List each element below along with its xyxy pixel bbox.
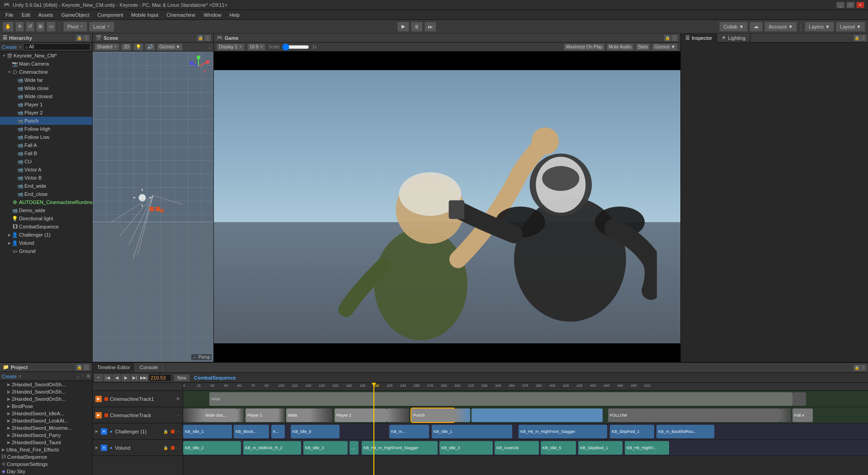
scene-lock-button[interactable]: 🔒 xyxy=(197,35,203,41)
aspect-dropdown[interactable]: 16:9 ▼ xyxy=(247,43,265,51)
timeline-tracks[interactable]: 0 15 30 45 60 75 90 105 120 135 150 165 … xyxy=(183,383,868,475)
close-button[interactable]: ✕ xyxy=(856,2,864,8)
step-button[interactable]: ⏭ xyxy=(425,22,436,32)
hierarchy-item-endwide[interactable]: 📹 End_wide xyxy=(0,182,92,190)
scene-audio-button[interactable]: 🔊 xyxy=(145,43,155,51)
project-item-2handed1[interactable]: ▶ 2Handed_SwordOnSh... xyxy=(0,381,92,388)
clip-cm2-blend4[interactable] xyxy=(310,408,332,422)
clip-vl-dots[interactable]: ... xyxy=(349,441,359,455)
hierarchy-item-victorb[interactable]: 📹 Victor B xyxy=(0,174,92,182)
project-create-button[interactable]: Create xyxy=(2,374,17,379)
clip-vl-idle2[interactable]: KB_Idle_2 xyxy=(183,441,241,455)
hierarchy-lock-button[interactable]: 🔒 xyxy=(76,35,82,41)
track-label-cm1[interactable]: ▶ CinemachineTrack1 👁 xyxy=(93,391,183,407)
project-item-taunt[interactable]: ▶ 2HandedSword_Taunt xyxy=(0,439,92,446)
clip-kb-backfist[interactable]: KB_m_BackfistRou... xyxy=(656,425,714,438)
clip-player1[interactable]: Player 1 xyxy=(245,408,279,422)
project-item-composersettings[interactable]: ⚙ ComposerSettings xyxy=(0,461,92,468)
clip-kb-idle1b[interactable]: KB_Idle_1 xyxy=(432,425,512,438)
rect-tool-button[interactable]: ▭ xyxy=(47,22,56,32)
clip-kb-skipfwd[interactable]: KB_SkipFwd_1 xyxy=(610,425,654,438)
hierarchy-item-demowide[interactable]: 📹 Demo_wide xyxy=(0,206,92,214)
hand-tool-button[interactable]: ✋ xyxy=(3,22,14,32)
hierarchy-item-fallb[interactable]: 📹 Fall B xyxy=(0,149,92,157)
timeline-play-button[interactable]: ▶ xyxy=(122,374,130,381)
clip-vl-hit-highfr[interactable]: KB_Hit_HighFr... xyxy=(625,441,669,455)
menu-assets[interactable]: Assets xyxy=(35,11,57,19)
project-item-2handed2[interactable]: ▶ 2Handed_SwordOnSh... xyxy=(0,388,92,395)
tab-timeline-editor[interactable]: Timeline Editor xyxy=(93,363,135,372)
timeline-ruler[interactable]: 0 15 30 45 60 75 90 105 120 135 150 165 … xyxy=(183,383,868,391)
hierarchy-item-wideclose[interactable]: 📹 Wide close xyxy=(0,84,92,92)
hierarchy-menu-button[interactable]: ⋮ xyxy=(83,35,90,41)
scale-slider[interactable] xyxy=(282,43,309,51)
timeline-end-button[interactable]: ▶▶| xyxy=(140,374,148,381)
track-label-challenger[interactable]: ▶ A ● Challenger (1) 🔒 ··· xyxy=(93,423,183,440)
hierarchy-item-ground[interactable]: ▭ Ground xyxy=(0,247,92,255)
hierarchy-item-dirlight[interactable]: 💡 Directional light xyxy=(0,214,92,223)
hierarchy-item-followlow[interactable]: 📹 Follow Low xyxy=(0,133,92,141)
maximize-button[interactable]: □ xyxy=(846,2,854,8)
hierarchy-item-root[interactable]: ▼ 🎬 Keynote_New_CM* xyxy=(0,52,92,60)
layers-button[interactable]: Layers ▼ xyxy=(805,22,834,32)
timeline-step-fwd-button[interactable]: ▶| xyxy=(131,374,139,381)
project-item-daysky[interactable]: ◉ Day Sky xyxy=(0,468,92,475)
hierarchy-item-cu[interactable]: 📹 CU xyxy=(0,157,92,166)
project-item-fire-effects[interactable]: ▶ Ultra_Real_Fire_Effects xyxy=(0,446,92,453)
hierarchy-item-wideclosest[interactable]: 📹 Wide closest xyxy=(0,92,92,100)
clip-vl-idle5[interactable]: KB_Idle_5 xyxy=(541,441,576,455)
scene-lights-button[interactable]: 💡 xyxy=(133,43,143,51)
clip-follow[interactable] xyxy=(472,408,603,422)
inspector-menu-button[interactable]: ⋮ xyxy=(860,35,866,41)
new-button[interactable]: New xyxy=(174,375,189,381)
clip-kb-idle6[interactable]: KB_Idle_6 xyxy=(291,425,340,438)
hierarchy-item-player1[interactable]: 📹 Player 1 xyxy=(0,100,92,109)
local-button[interactable]: Local ▼ xyxy=(89,22,114,32)
project-item-2handed3[interactable]: ▶ 2Handed_SwordOnSh... xyxy=(0,395,92,403)
cloud-button[interactable]: ☁ xyxy=(750,22,763,32)
clip-vl-idle3[interactable]: KB_Idle_3 xyxy=(303,441,348,455)
tab-lighting[interactable]: ☀ Lighting xyxy=(717,33,750,43)
timeline-time-input[interactable] xyxy=(149,374,171,381)
menu-file[interactable]: File xyxy=(2,11,17,19)
scene-menu-button[interactable]: ⋮ xyxy=(204,35,211,41)
menu-edit[interactable]: Edit xyxy=(18,11,34,19)
project-item-parry[interactable]: ▶ 2HandedSword_Parry xyxy=(0,432,92,439)
game-gizmos-button[interactable]: Gizmos ▼ xyxy=(652,43,678,51)
clip-cm2-blend2[interactable] xyxy=(237,408,244,422)
clip-wide-main[interactable]: Wide xyxy=(209,392,793,406)
play-button[interactable]: ▶ xyxy=(397,22,409,32)
hierarchy-item-maincamera[interactable]: 📷 Main Camera xyxy=(0,60,92,68)
clip-kb-hit-stagger[interactable]: KB_Hit_m_HighFront_Stagger xyxy=(519,425,607,438)
clip-follow-label[interactable]: FOLLOW xyxy=(608,408,780,422)
project-item-combatseq[interactable]: 🎞 CombatSequence xyxy=(0,453,92,461)
pause-button[interactable]: ⏸ xyxy=(411,22,423,32)
hierarchy-item-falla[interactable]: 📹 Fall A xyxy=(0,141,92,149)
tab-console[interactable]: Console xyxy=(135,363,163,372)
game-menu-button[interactable]: ⋮ xyxy=(671,35,678,41)
clip-cm2-blend5[interactable] xyxy=(387,408,409,422)
account-button[interactable]: Account ▼ xyxy=(764,22,797,32)
project-item-idlea[interactable]: ▶ 2HandedSword_IdleA... xyxy=(0,410,92,417)
project-lock-button[interactable]: 🔒 xyxy=(76,364,82,370)
shaded-dropdown[interactable]: Shaded ▼ xyxy=(94,43,119,51)
gizmos-dropdown[interactable]: Gizmos ▼ xyxy=(157,43,183,51)
scene-viewport[interactable]: X Y Z ← Persp xyxy=(93,52,213,362)
hierarchy-item-combatseq[interactable]: 🎞 CombatSequence xyxy=(0,223,92,231)
clip-kb-k[interactable]: K... xyxy=(271,425,285,438)
clip-cm1-end-cap[interactable] xyxy=(793,392,806,406)
track-label-volund[interactable]: ▶ A ● Volund 🔒 ··· xyxy=(93,440,183,456)
hierarchy-item-punch[interactable]: 📹 Punch xyxy=(0,117,92,125)
project-item-lookat[interactable]: ▶ 2HandedSword_LookAt... xyxy=(0,417,92,424)
timeline-step-back-button[interactable]: ◀ xyxy=(113,374,121,381)
hierarchy-item-widefar[interactable]: 📹 Wide far xyxy=(0,76,92,84)
game-lock-button[interactable]: 🔒 xyxy=(664,35,670,41)
timeline-prev-button[interactable]: |◀ xyxy=(104,374,112,381)
hierarchy-item-followhigh[interactable]: 📹 Follow High xyxy=(0,125,92,133)
clip-vl-midkick[interactable]: KB_m_MidKick_R_2 xyxy=(243,441,301,455)
menu-help[interactable]: Help xyxy=(226,11,244,19)
hierarchy-item-autogen[interactable]: ⚙ AUTOGEN_CinemachineRuntime V xyxy=(0,198,92,206)
clip-vl-idle3b[interactable]: KB_Idle_3 xyxy=(439,441,493,455)
clip-punch[interactable]: Punch xyxy=(411,408,454,422)
hierarchy-item-victora[interactable]: 📹 Victor A xyxy=(0,166,92,174)
